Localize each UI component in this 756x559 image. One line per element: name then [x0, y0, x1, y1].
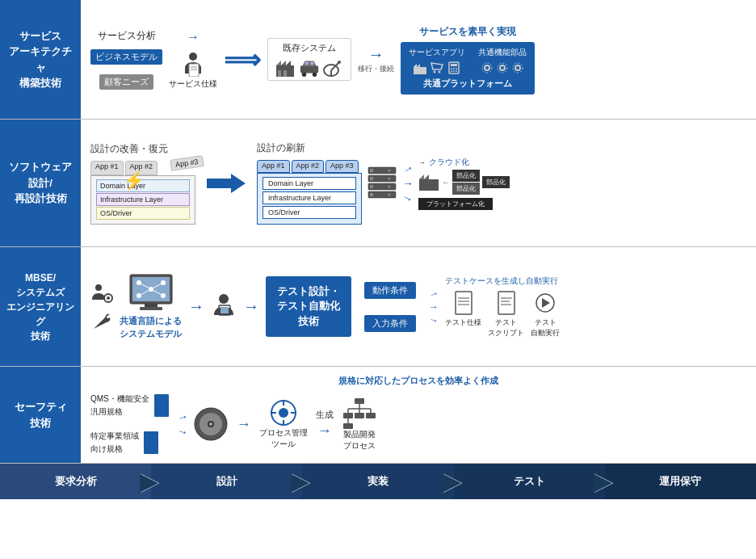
svg-marker-22	[417, 64, 420, 67]
row3-content: 共通言語による システムモデル →	[90, 255, 746, 358]
product-dev-label: 製品開発 プロセス	[343, 429, 376, 452]
os-layer-new: OS/Driver	[262, 206, 356, 219]
test-spec-item: テスト仕様	[445, 290, 481, 338]
row1-content: サービス分析 ビジネスモデル 顧客ニーズ →	[90, 8, 746, 111]
svg-rect-50	[370, 193, 373, 196]
svg-point-38	[513, 63, 523, 73]
service-platform: サービスを素早く実現 サービスアプリ	[401, 25, 535, 95]
section-label-3: MBSE/ システムズ エンジニアリング 技術	[0, 247, 81, 366]
svg-marker-5	[276, 61, 281, 65]
test-case-title: テストケースを生成し自動実行	[445, 275, 560, 287]
test-conditions: 動作条件 入力条件	[364, 282, 416, 332]
svg-point-57	[107, 296, 110, 300]
nav-item-requirements[interactable]: 要求分析	[0, 464, 151, 499]
svg-point-86	[209, 422, 212, 426]
domain-std-label: 特定事業領域 向け規格	[90, 431, 139, 455]
section-row-2: ソフトウェア設計/ 再設計技術 設計の改善・復元 App #1	[0, 120, 756, 247]
section-row-1: サービス アーキテクチャ 構築技術 サービス分析 ビジネスモデル 顧客ニーズ →	[0, 0, 756, 120]
common-parts-label: 共通機能部品	[478, 47, 527, 58]
migration-block: → 移行・接続	[358, 45, 394, 74]
svg-point-28	[453, 68, 455, 69]
gear1-icon	[481, 61, 494, 74]
svg-point-12	[302, 73, 307, 78]
main-wrapper: サービス アーキテクチャ 構築技術 サービス分析 ビジネスモデル 顧客ニーズ →	[0, 0, 756, 499]
big-arrow-right-icon	[207, 172, 246, 195]
cd-block: → →	[177, 406, 229, 442]
svg-point-0	[189, 53, 197, 61]
person-chip-block	[211, 292, 237, 322]
product-dev-icon	[342, 397, 377, 429]
svg-point-71	[219, 294, 229, 304]
business-model-tag: ビジネスモデル	[90, 49, 162, 65]
factory-icon	[275, 57, 296, 77]
design-renew-block: 設計の刷新 App #1 App #2	[257, 141, 362, 225]
component-diagram: → クラウド化 ←	[418, 157, 510, 210]
common-parts-item: 共通機能部品	[478, 47, 527, 74]
nav-item-test[interactable]: テスト	[454, 464, 605, 499]
service-spec-label: サービス仕様	[169, 78, 217, 90]
section-content-2: 設計の改善・復元 App #1 App #2	[81, 120, 756, 246]
app3-tab-new: App #3	[326, 160, 359, 173]
svg-rect-78	[498, 292, 514, 314]
layered-apps-new: App #1 App #2 App #3	[257, 160, 362, 225]
gear3-icon	[511, 61, 524, 74]
section-label-2: ソフトウェア設計/ 再設計技術	[0, 120, 81, 246]
svg-point-45	[388, 177, 391, 179]
arrow-mbse-right: →	[188, 297, 204, 316]
gear2-icon	[496, 61, 509, 74]
layer-stack-new: Domain Layer Infrastructure Layer OS/Dri…	[257, 173, 362, 225]
test-script-icon	[495, 290, 518, 316]
svg-marker-54	[424, 174, 429, 179]
svg-rect-26	[451, 64, 457, 66]
service-analysis-title: サービス分析	[98, 29, 156, 43]
disc-icon	[193, 406, 229, 442]
svg-marker-11	[303, 61, 317, 66]
migration-label: 移行・接続	[358, 64, 394, 74]
svg-rect-73	[220, 307, 229, 313]
platform-inner: サービスアプリ	[409, 47, 527, 74]
design-improve-block: 設計の改善・復元 App #1 App #2	[90, 142, 195, 225]
book-icon-1	[154, 394, 169, 417]
app1-tab-new: App #1	[257, 160, 290, 173]
person-gear-row	[90, 282, 113, 305]
car-icon	[299, 57, 320, 77]
generate-arrow: →	[317, 422, 332, 439]
app3-tab-old: App #3	[170, 155, 204, 171]
svg-rect-41	[370, 169, 373, 172]
nav-item-design[interactable]: 設計	[151, 464, 302, 499]
svg-point-30	[451, 70, 452, 72]
design-renew-title: 設計の刷新	[257, 141, 362, 155]
svg-rect-20	[414, 67, 426, 74]
svg-point-31	[453, 70, 455, 72]
svg-point-37	[515, 65, 520, 70]
migration-arrow: →	[368, 45, 384, 64]
svg-rect-52	[419, 179, 439, 191]
arrow-to-test: →	[243, 297, 259, 316]
svg-marker-53	[419, 174, 424, 179]
svg-rect-44	[370, 177, 373, 180]
old-apps-container: App #1 App #2 App #3	[90, 161, 195, 225]
input-condition: 入力条件	[364, 315, 416, 332]
svg-rect-89	[355, 398, 364, 404]
factory2-icon	[418, 173, 439, 191]
test-spec-icon	[452, 290, 475, 316]
system-model-label: 共通言語による システムモデル	[120, 315, 182, 340]
nav-item-operations[interactable]: 運用保守	[605, 464, 756, 499]
standards-block: QMS・機能安全 汎用規格 特定事業領域 向け規格	[90, 393, 169, 455]
svg-rect-70	[140, 307, 162, 310]
lightning-icon: ⚡	[123, 170, 145, 191]
common-platform-label: 共通プラットフォーム	[409, 78, 527, 90]
arrows-to-cd: → →	[177, 410, 188, 438]
svg-rect-69	[145, 304, 158, 307]
section-content-1: サービス分析 ビジネスモデル 顧客ニーズ →	[81, 0, 756, 119]
auto-exec-icon	[534, 290, 556, 316]
section-row-3: MBSE/ システムズ エンジニアリング 技術	[0, 247, 756, 367]
svg-point-33	[485, 65, 489, 70]
platform-factory-icon	[413, 61, 427, 74]
svg-rect-95	[343, 413, 353, 418]
nav-item-implementation[interactable]: 実装	[302, 464, 453, 499]
svg-point-18	[338, 61, 341, 64]
svg-rect-74	[456, 292, 472, 314]
safety-process-title: 規格に対応したプロセスを効率よく作成	[90, 375, 746, 387]
svg-point-13	[313, 73, 317, 78]
